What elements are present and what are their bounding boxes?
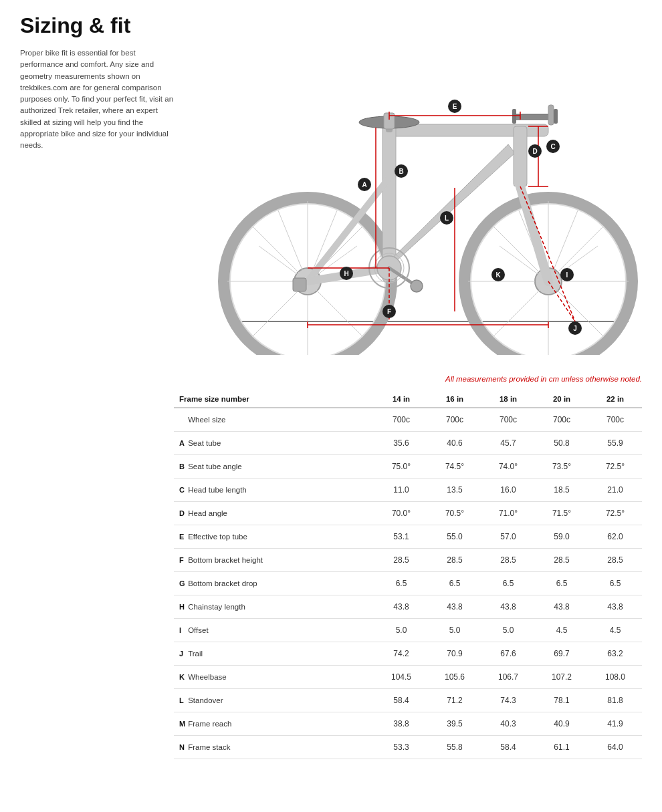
header-size-4: 20 in <box>535 391 588 408</box>
svg-text:H: H <box>344 270 348 277</box>
header-size-1: 14 in <box>374 391 428 408</box>
svg-text:D: D <box>532 148 537 155</box>
row-value-14-0: 53.3 <box>374 736 428 759</box>
row-value-2-2: 74.0° <box>481 455 535 479</box>
row-value-11-1: 105.6 <box>428 666 481 689</box>
row-value-12-2: 74.3 <box>481 689 535 712</box>
svg-line-12 <box>278 211 303 271</box>
svg-line-8 <box>253 227 302 275</box>
row-value-9-4: 4.5 <box>588 619 642 642</box>
row-value-13-4: 41.9 <box>588 712 642 736</box>
row-value-3-1: 13.5 <box>428 479 481 502</box>
row-value-7-1: 6.5 <box>428 572 481 595</box>
header-size-2: 16 in <box>428 391 481 408</box>
row-letter-1: A <box>174 432 187 455</box>
row-letter-8: H <box>174 595 187 619</box>
row-value-9-0: 5.0 <box>374 619 428 642</box>
row-letter-6: F <box>174 549 187 572</box>
row-value-5-2: 57.0 <box>481 525 535 549</box>
header-size-3: 18 in <box>481 391 535 408</box>
row-value-6-4: 28.5 <box>588 549 642 572</box>
row-value-8-3: 43.8 <box>535 595 588 619</box>
table-row: JTrail74.270.967.669.763.2 <box>174 642 642 666</box>
table-row: LStandover58.471.274.378.181.8 <box>174 689 642 712</box>
row-value-6-2: 28.5 <box>481 549 535 572</box>
row-value-10-1: 70.9 <box>428 642 481 666</box>
row-value-4-1: 70.5° <box>428 502 481 525</box>
row-value-4-2: 71.0° <box>481 502 535 525</box>
row-letter-3: C <box>174 479 187 502</box>
svg-rect-43 <box>293 278 306 291</box>
svg-text:F: F <box>387 308 391 315</box>
row-value-6-3: 28.5 <box>535 549 588 572</box>
row-value-8-0: 43.8 <box>374 595 428 619</box>
row-name-7: Bottom bracket drop <box>187 572 374 595</box>
row-value-4-0: 70.0° <box>374 502 428 525</box>
row-value-0-2: 700c <box>481 408 535 432</box>
table-row: GBottom bracket drop6.56.56.56.56.5 <box>174 572 642 595</box>
row-name-12: Standover <box>187 689 374 712</box>
row-value-0-0: 700c <box>374 408 428 432</box>
row-name-11: Wheelbase <box>187 666 374 689</box>
row-value-13-3: 40.9 <box>535 712 588 736</box>
row-value-6-1: 28.5 <box>428 549 481 572</box>
svg-text:I: I <box>566 271 568 279</box>
row-value-1-2: 45.7 <box>481 432 535 455</box>
row-value-12-4: 81.8 <box>588 689 642 712</box>
svg-text:J: J <box>573 325 577 332</box>
svg-marker-33 <box>389 144 515 261</box>
row-value-3-3: 18.5 <box>535 479 588 502</box>
svg-text:B: B <box>399 168 403 175</box>
row-value-5-4: 62.0 <box>588 525 642 549</box>
table-row: KWheelbase104.5105.6106.7107.2108.0 <box>174 666 642 689</box>
row-value-1-1: 40.6 <box>428 432 481 455</box>
table-row: IOffset5.05.05.04.54.5 <box>174 619 642 642</box>
bike-diagram: A B C D E F H <box>194 47 649 355</box>
row-value-9-3: 4.5 <box>535 619 588 642</box>
row-value-2-1: 74.5° <box>428 455 481 479</box>
row-name-13: Frame reach <box>187 712 374 736</box>
measurement-note: All measurements provided in cm unless o… <box>20 375 642 383</box>
row-value-11-4: 108.0 <box>588 666 642 689</box>
row-value-10-0: 74.2 <box>374 642 428 666</box>
svg-rect-46 <box>514 114 554 120</box>
row-value-7-0: 6.5 <box>374 572 428 595</box>
row-value-0-4: 700c <box>588 408 642 432</box>
row-name-5: Effective top tube <box>187 525 374 549</box>
svg-line-28 <box>553 211 578 271</box>
svg-text:E: E <box>453 103 457 110</box>
svg-rect-48 <box>554 109 558 124</box>
table-row: HChainstay length43.843.843.843.843.8 <box>174 595 642 619</box>
table-row: CHead tube length11.013.516.018.521.0 <box>174 479 642 502</box>
row-value-9-2: 5.0 <box>481 619 535 642</box>
row-value-8-4: 43.8 <box>588 595 642 619</box>
svg-rect-49 <box>512 109 516 124</box>
row-value-2-4: 72.5° <box>588 455 642 479</box>
row-letter-0 <box>174 408 187 432</box>
row-letter-7: G <box>174 572 187 595</box>
row-name-3: Head tube length <box>187 479 374 502</box>
row-value-4-3: 71.5° <box>535 502 588 525</box>
table-header-row: Frame size number14 in16 in18 in20 in22 … <box>174 391 642 408</box>
svg-line-25 <box>554 227 603 275</box>
row-value-8-2: 43.8 <box>481 595 535 619</box>
table-row: NFrame stack53.355.858.461.164.0 <box>174 736 642 759</box>
row-value-5-3: 59.0 <box>535 525 588 549</box>
table-row: FBottom bracket height28.528.528.528.528… <box>174 549 642 572</box>
table-row: BSeat tube angle75.0°74.5°74.0°73.5°72.5… <box>174 455 642 479</box>
row-value-13-0: 38.8 <box>374 712 428 736</box>
header-frame-size: Frame size number <box>174 391 374 408</box>
row-value-5-0: 53.1 <box>374 525 428 549</box>
row-name-8: Chainstay length <box>187 595 374 619</box>
svg-rect-34 <box>514 126 527 186</box>
row-name-9: Offset <box>187 619 374 642</box>
svg-text:A: A <box>362 181 366 188</box>
row-value-13-1: 39.5 <box>428 712 481 736</box>
svg-line-11 <box>253 287 302 336</box>
row-letter-5: E <box>174 525 187 549</box>
row-value-11-0: 104.5 <box>374 666 428 689</box>
row-name-0: Wheel size <box>187 408 374 432</box>
row-value-2-0: 75.0° <box>374 455 428 479</box>
row-value-10-4: 63.2 <box>588 642 642 666</box>
row-value-7-3: 6.5 <box>535 572 588 595</box>
